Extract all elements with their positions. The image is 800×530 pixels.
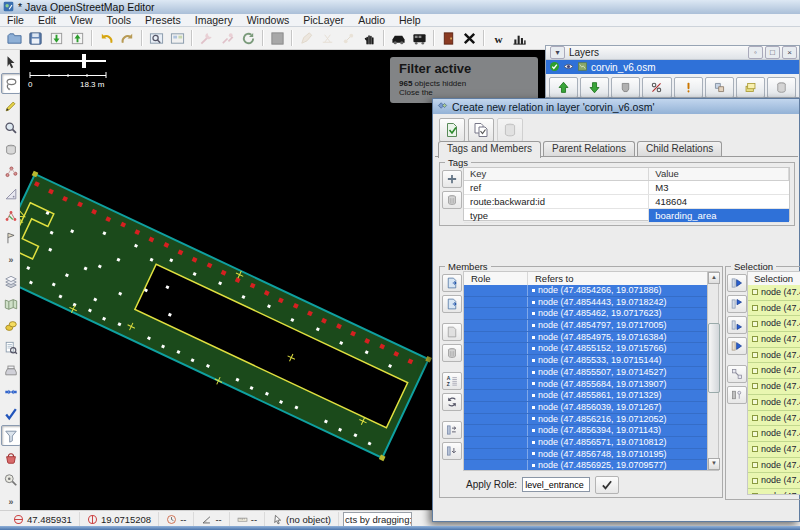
dialog-titlebar[interactable]: Create new relation in layer 'corvin_v6.… xyxy=(433,99,799,114)
selection-row[interactable]: node (47.48 xyxy=(748,489,800,494)
add-member-start-button[interactable] xyxy=(442,274,462,292)
selection-row[interactable]: node (47.48 xyxy=(748,458,800,474)
delete-button[interactable] xyxy=(459,28,480,49)
sort-members-button[interactable]: AZ xyxy=(442,372,462,390)
zoom-selection-button[interactable] xyxy=(146,28,167,49)
menu-file[interactable]: File xyxy=(0,14,31,27)
platform-way[interactable] xyxy=(20,171,432,463)
tab-parent-relations[interactable]: Parent Relations xyxy=(543,141,635,157)
menu-imagery[interactable]: Imagery xyxy=(188,14,240,27)
window-titlebar[interactable]: * Java OpenStreetMap Editor xyxy=(0,0,800,14)
wiki-button[interactable]: w xyxy=(488,28,509,49)
purge-tool-button[interactable] xyxy=(1,447,21,468)
menu-presets[interactable]: Presets xyxy=(138,14,188,27)
layer-delete-button[interactable] xyxy=(767,77,796,98)
sel-add-after-button[interactable] xyxy=(727,316,747,334)
menu-view[interactable]: View xyxy=(63,14,100,27)
member-row[interactable]: node (47.4855507, 19.0714527) xyxy=(464,367,710,379)
member-row[interactable]: node (47.4854797, 19.0717005) xyxy=(464,320,710,332)
apply-role-input[interactable] xyxy=(522,477,590,492)
member-row[interactable]: node (47.4856216, 19.0712052) xyxy=(464,414,710,426)
selection-row[interactable]: node (47.48 xyxy=(748,426,800,442)
selection-list[interactable]: node (47.48node (47.48node (47.48node (4… xyxy=(748,285,800,494)
zoom-slider[interactable] xyxy=(30,54,106,68)
selection-row[interactable]: node (47.48 xyxy=(748,301,800,317)
map-style-button[interactable] xyxy=(267,28,288,49)
remove-member-button[interactable] xyxy=(442,344,462,362)
measure-button[interactable] xyxy=(509,28,530,49)
car-button[interactable] xyxy=(388,28,409,49)
layer-merge-button[interactable] xyxy=(705,77,734,98)
conflicts-tool-button[interactable] xyxy=(1,381,21,402)
detach-icon[interactable]: □ xyxy=(765,46,780,59)
layer-down-button[interactable] xyxy=(580,77,609,98)
more-bottom-tool-button[interactable]: » xyxy=(1,491,21,512)
bus-button[interactable] xyxy=(409,28,430,49)
duplicate-relation-button[interactable] xyxy=(468,118,494,142)
download-along-tool-button[interactable] xyxy=(1,359,21,380)
undo-button[interactable] xyxy=(96,28,117,49)
member-row[interactable]: node (47.4854975, 19.0716384) xyxy=(464,332,710,344)
zoom-tool-button[interactable] xyxy=(1,117,21,138)
layer-visibility-button[interactable] xyxy=(611,77,640,98)
redo-button[interactable] xyxy=(117,28,138,49)
apply-relation-button[interactable] xyxy=(439,118,465,142)
layer-warning-button[interactable] xyxy=(674,77,703,98)
member-row[interactable]: node (47.4856925, 19.0709577) xyxy=(464,460,710,470)
move-member-down-button[interactable] xyxy=(442,421,462,439)
layer-up-button[interactable] xyxy=(549,77,578,98)
tab-child-relations[interactable]: Child Relations xyxy=(637,141,722,157)
filter-tool-button[interactable] xyxy=(1,425,21,446)
menu-audio[interactable]: Audio xyxy=(351,14,392,27)
selection-row[interactable]: node (47.48 xyxy=(748,285,800,301)
menu-help[interactable]: Help xyxy=(392,14,428,27)
improve-accuracy-tool-button[interactable] xyxy=(1,205,21,226)
members-list[interactable]: node (47.4854266, 19.071886)node (47.485… xyxy=(464,285,710,470)
selection-row[interactable]: node (47.48 xyxy=(748,348,800,364)
sel-add-before-button[interactable] xyxy=(727,295,747,313)
preset-search-button[interactable] xyxy=(167,28,188,49)
member-row[interactable]: node (47.4856039, 19.071267) xyxy=(464,402,710,414)
create-node-tool-button[interactable] xyxy=(1,161,21,182)
sel-add-end-button[interactable] xyxy=(727,337,747,355)
layer-visible-icon[interactable] xyxy=(563,61,574,74)
upload-button[interactable] xyxy=(67,28,88,49)
extrude-tool-button[interactable] xyxy=(1,227,21,248)
faded-improve-button[interactable] xyxy=(317,28,338,49)
menu-windows[interactable]: Windows xyxy=(240,14,297,27)
add-member-before-button[interactable] xyxy=(442,295,462,313)
download-members-button[interactable] xyxy=(442,442,462,460)
menu-edit[interactable]: Edit xyxy=(31,14,63,27)
selection-row[interactable]: node (47.48 xyxy=(748,411,800,427)
tag-row[interactable]: refM3 xyxy=(464,181,789,195)
selection-row[interactable]: node (47.48 xyxy=(748,442,800,458)
measure-angle-tool-button[interactable] xyxy=(1,183,21,204)
selection-row[interactable]: node (47.48 xyxy=(748,363,800,379)
tag-row[interactable]: typeboarding_area xyxy=(464,209,789,223)
search-tool-button[interactable] xyxy=(1,337,21,358)
reverse-members-button[interactable] xyxy=(442,393,462,411)
select-tool-button[interactable] xyxy=(1,51,21,72)
selection-row[interactable]: node (47.48 xyxy=(748,395,800,411)
selection-row[interactable]: node (47.48 xyxy=(748,473,800,489)
add-member-after-button[interactable] xyxy=(442,323,462,341)
layer-duplicate-button[interactable] xyxy=(736,77,765,98)
delete-tool-tool-button[interactable] xyxy=(1,139,21,160)
layer-opacity-button[interactable] xyxy=(642,77,671,98)
more-top-tool-button[interactable]: » xyxy=(1,249,21,270)
members-scrollbar[interactable]: ▲ ▼ xyxy=(707,271,719,471)
measure-tape-tool-button[interactable] xyxy=(1,469,21,490)
member-row[interactable]: node (47.4856748, 19.0710195) xyxy=(464,449,710,461)
exit-button[interactable] xyxy=(438,28,459,49)
faded-node-button[interactable] xyxy=(338,28,359,49)
sel-link-button[interactable] xyxy=(727,365,747,383)
layer-row[interactable]: corvin_v6.osm xyxy=(546,60,799,74)
selection-row[interactable]: node (47.48 xyxy=(748,332,800,348)
save-button[interactable] xyxy=(25,28,46,49)
menu-piclayer[interactable]: PicLayer xyxy=(296,14,351,27)
open-button[interactable] xyxy=(4,28,25,49)
scroll-down-icon[interactable]: ▼ xyxy=(708,458,720,470)
tools-b-button[interactable] xyxy=(217,28,238,49)
lasso-tool-button[interactable] xyxy=(1,73,21,94)
sel-add-start-button[interactable] xyxy=(727,274,747,292)
